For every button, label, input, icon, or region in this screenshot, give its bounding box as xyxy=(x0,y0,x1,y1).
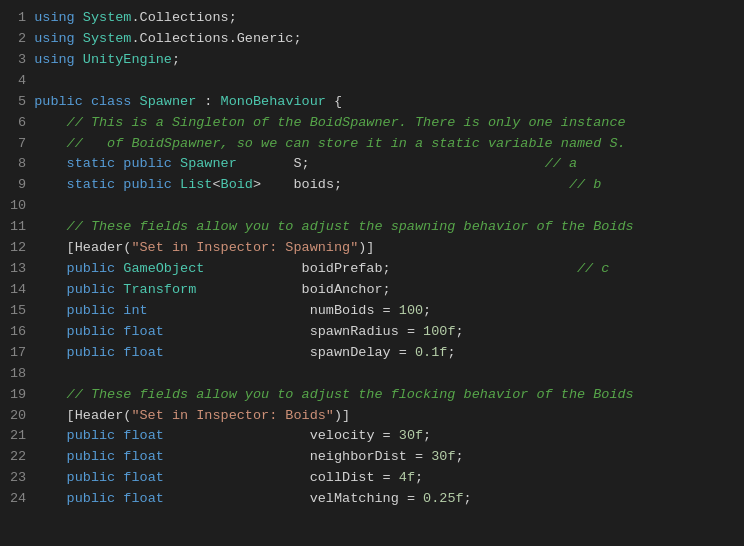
token-normal: boidPrefab; xyxy=(204,261,577,276)
token-kw-blue: float xyxy=(123,449,164,464)
token-normal: numBoids = xyxy=(148,303,399,318)
token-normal: ; xyxy=(464,491,472,506)
token-kw-blue: float xyxy=(123,324,164,339)
token-normal: ; xyxy=(423,303,431,318)
line-number: 4 xyxy=(10,71,26,92)
token-normal xyxy=(34,136,66,151)
line-number: 22 xyxy=(10,447,26,468)
token-normal: S; xyxy=(237,156,545,171)
token-kw-teal: GameObject xyxy=(123,261,204,276)
token-normal xyxy=(75,10,83,25)
token-normal xyxy=(34,491,66,506)
code-line xyxy=(34,196,734,217)
token-kw-teal: System xyxy=(83,10,132,25)
token-normal xyxy=(34,156,66,171)
token-normal xyxy=(34,470,66,485)
code-line: // This is a Singleton of the BoidSpawne… xyxy=(34,113,734,134)
token-normal: ; xyxy=(456,324,464,339)
line-number: 13 xyxy=(10,259,26,280)
token-comment: // This is a Singleton of the BoidSpawne… xyxy=(67,115,626,130)
token-kw-blue: float xyxy=(123,345,164,360)
code-line: public float neighborDist = 30f; xyxy=(34,447,734,468)
token-normal xyxy=(34,449,66,464)
line-number: 6 xyxy=(10,113,26,134)
token-normal xyxy=(75,31,83,46)
token-kw-blue: class xyxy=(91,94,132,109)
token-kw-blue: public xyxy=(67,303,116,318)
token-normal: > boids; xyxy=(253,177,569,192)
token-kw-teal: Transform xyxy=(123,282,196,297)
code-content: using System.Collections;using System.Co… xyxy=(34,8,744,510)
token-normal xyxy=(34,345,66,360)
token-kw-orange: "Set in Inspector: Spawning" xyxy=(131,240,358,255)
token-normal xyxy=(172,177,180,192)
token-kw-blue: public xyxy=(123,177,172,192)
line-number: 8 xyxy=(10,154,26,175)
code-line: // These fields allow you to adjust the … xyxy=(34,385,734,406)
code-line: public float collDist = 4f; xyxy=(34,468,734,489)
token-normal: ; xyxy=(456,449,464,464)
code-line: static public Spawner S; // a xyxy=(34,154,734,175)
token-normal: : xyxy=(196,94,220,109)
line-number: 17 xyxy=(10,343,26,364)
token-normal: { xyxy=(326,94,342,109)
token-kw-teal: Spawner xyxy=(180,156,237,171)
token-comment: // of BoidSpawner, so we can store it in… xyxy=(67,136,626,151)
code-line: public float velocity = 30f; xyxy=(34,426,734,447)
token-normal: .Collections.Generic; xyxy=(131,31,301,46)
token-kw-blue: public xyxy=(67,470,116,485)
token-kw-blue: public xyxy=(123,156,172,171)
token-comment: // c xyxy=(577,261,609,276)
token-normal: .Collections; xyxy=(131,10,236,25)
line-number: 19 xyxy=(10,385,26,406)
code-line: [Header("Set in Inspector: Boids")] xyxy=(34,406,734,427)
token-normal: neighborDist = xyxy=(164,449,431,464)
line-number: 14 xyxy=(10,280,26,301)
token-normal xyxy=(131,94,139,109)
token-kw-blue: public xyxy=(67,324,116,339)
token-kw-blue: public xyxy=(67,449,116,464)
line-number: 23 xyxy=(10,468,26,489)
token-normal xyxy=(34,177,66,192)
token-number: 0.25f xyxy=(423,491,464,506)
token-normal: collDist = xyxy=(164,470,399,485)
token-comment: // b xyxy=(569,177,601,192)
token-kw-blue: public xyxy=(67,282,116,297)
line-number: 15 xyxy=(10,301,26,322)
line-number: 21 xyxy=(10,426,26,447)
code-line: static public List<Boid> boids; // b xyxy=(34,175,734,196)
token-normal: ; xyxy=(423,428,431,443)
token-normal xyxy=(34,387,66,402)
token-kw-blue: float xyxy=(123,491,164,506)
token-kw-teal: System xyxy=(83,31,132,46)
token-number: 0.1f xyxy=(415,345,447,360)
token-kw-blue: public xyxy=(34,94,83,109)
token-normal: [Header( xyxy=(34,408,131,423)
token-kw-blue: static xyxy=(67,177,116,192)
code-line: public GameObject boidPrefab; // c xyxy=(34,259,734,280)
code-editor: 123456789101112131415161718192021222324 … xyxy=(0,0,744,518)
token-kw-teal: MonoBehaviour xyxy=(221,94,326,109)
code-line: public float spawnDelay = 0.1f; xyxy=(34,343,734,364)
line-number: 12 xyxy=(10,238,26,259)
token-normal: spawnRadius = xyxy=(164,324,423,339)
token-normal xyxy=(34,324,66,339)
line-number: 2 xyxy=(10,29,26,50)
token-normal xyxy=(75,52,83,67)
token-kw-teal: Spawner xyxy=(140,94,197,109)
line-number: 5 xyxy=(10,92,26,113)
code-line: using System.Collections; xyxy=(34,8,734,29)
line-number: 24 xyxy=(10,489,26,510)
token-normal: )] xyxy=(334,408,350,423)
line-number: 11 xyxy=(10,217,26,238)
token-number: 30f xyxy=(399,428,423,443)
line-number: 20 xyxy=(10,406,26,427)
token-kw-blue: using xyxy=(34,31,75,46)
token-kw-blue: float xyxy=(123,428,164,443)
code-line xyxy=(34,364,734,385)
token-normal: velMatching = xyxy=(164,491,423,506)
code-line: public int numBoids = 100; xyxy=(34,301,734,322)
token-normal: spawnDelay = xyxy=(164,345,415,360)
code-line: public float spawnRadius = 100f; xyxy=(34,322,734,343)
token-kw-blue: static xyxy=(67,156,116,171)
